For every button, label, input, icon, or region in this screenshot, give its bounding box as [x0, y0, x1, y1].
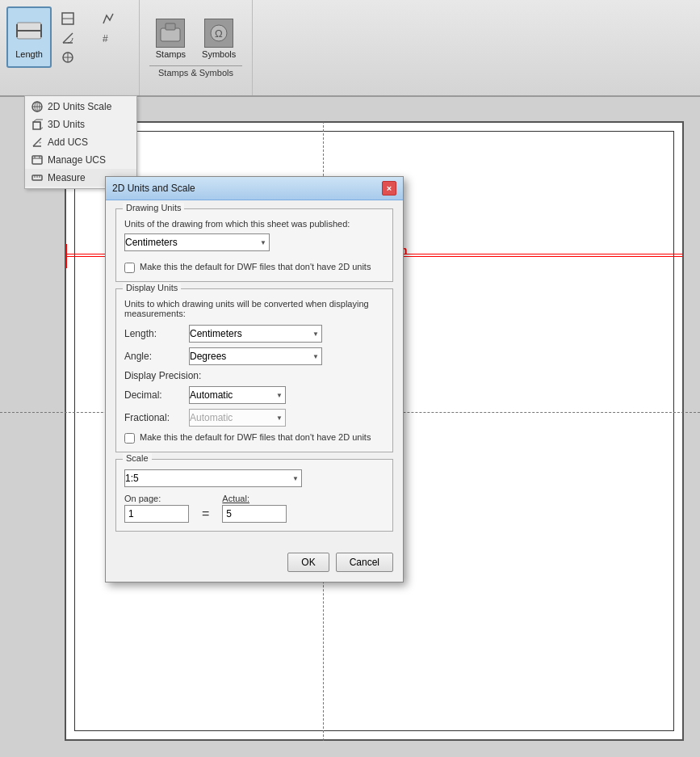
- length-select-wrapper[interactable]: Centimeters Millimeters Meters Inches Fe…: [189, 325, 322, 343]
- manage-icon: [31, 154, 43, 166]
- display-units-checkbox-label[interactable]: Make this the default for DWF files that…: [140, 431, 371, 443]
- fractional-select-wrapper[interactable]: Automatic 1/2: [189, 409, 286, 427]
- dialog-close-button[interactable]: ×: [382, 181, 396, 196]
- actual-label[interactable]: Actual:: [222, 494, 287, 503]
- ribbon-small-buttons-2: #: [99, 10, 132, 47]
- dialog-body: Drawing Units Units of the drawing from …: [106, 200, 403, 546]
- length-svg-icon: [15, 16, 43, 47]
- on-page-input[interactable]: [124, 505, 189, 523]
- display-units-content: Units to which drawing units will be con…: [124, 299, 384, 444]
- drawing-units-checkbox-label[interactable]: Make this the default for DWF files that…: [140, 261, 371, 272]
- scale-select[interactable]: 1:1 1:2 1:5 1:10 1:20: [124, 469, 302, 487]
- menu-2d-units-label: 2D Units Scale: [48, 101, 111, 112]
- ruler-svg: [31, 172, 43, 183]
- calibrate-icon: [61, 51, 74, 64]
- angle-row: Angle: Degrees Radians Gradians: [124, 347, 384, 365]
- symbols-button[interactable]: Ω Symbols: [202, 19, 236, 59]
- equals-sign: =: [202, 507, 209, 523]
- drawing-units-checkbox-row: Make this the default for DWF files that…: [124, 261, 384, 273]
- dialog-2d-units: 2D Units and Scale × Drawing Units Units…: [105, 176, 404, 582]
- area-icon: [61, 12, 74, 25]
- scale-select-wrapper[interactable]: 1:1 1:2 1:5 1:10 1:20: [124, 469, 302, 487]
- display-precision-label: Display Precision:: [124, 370, 384, 381]
- symbols-shape: Ω: [204, 19, 233, 48]
- length-select[interactable]: Centimeters Millimeters Meters Inches Fe…: [189, 325, 322, 343]
- ruler-icon: [31, 172, 43, 183]
- path-icon: [102, 12, 115, 25]
- cancel-button[interactable]: Cancel: [336, 553, 393, 572]
- stamps-label: Stamps: [156, 49, 186, 59]
- area-button[interactable]: [58, 10, 92, 27]
- display-units-checkbox[interactable]: [124, 433, 135, 444]
- drawing-units-select-wrapper[interactable]: Centimeters Millimeters Meters Inches Fe…: [124, 233, 270, 251]
- menu-measure-label: Measure: [48, 172, 86, 183]
- drawing-units-group: Drawing Units Units of the drawing from …: [115, 208, 393, 282]
- stamps-button[interactable]: Stamps: [156, 19, 186, 59]
- ucs-icon: +: [31, 137, 43, 148]
- svg-rect-24: [32, 156, 42, 164]
- ribbon: Length: [0, 0, 700, 97]
- fractional-label: Fractional:: [124, 412, 189, 423]
- ok-button[interactable]: OK: [287, 553, 329, 572]
- globe-svg: [31, 101, 43, 112]
- on-page-label: On page:: [124, 494, 189, 503]
- count-button[interactable]: #: [99, 29, 132, 47]
- menu-item-2d-units[interactable]: 2D Units Scale: [25, 98, 136, 116]
- symbols-icon: Ω: [207, 22, 230, 44]
- red-line-v-left: [66, 244, 67, 268]
- ribbon-small-buttons: [58, 10, 92, 66]
- drawing-units-title: Drawing Units: [123, 203, 184, 212]
- scale-title: Scale: [123, 453, 152, 463]
- display-units-checkbox-row: Make this the default for DWF files that…: [124, 431, 384, 444]
- svg-text:+: +: [39, 140, 42, 145]
- stamps-icon: [159, 22, 182, 44]
- horizontal-solid-line: [65, 121, 684, 122]
- svg-rect-11: [166, 23, 175, 30]
- decimal-label: Decimal:: [124, 389, 189, 401]
- angle-select-wrapper[interactable]: Degrees Radians Gradians: [189, 347, 322, 365]
- display-units-group: Display Units Units to which drawing uni…: [115, 288, 393, 452]
- menu-add-ucs-label: Add UCS: [48, 137, 88, 148]
- stamps-shape: [156, 19, 185, 48]
- manage-svg: [31, 154, 43, 166]
- vertical-solid-line: [683, 121, 684, 741]
- angle-icon: [61, 32, 74, 44]
- angle-label: Angle:: [124, 351, 189, 362]
- calibrate-button[interactable]: [58, 48, 92, 66]
- angle-button[interactable]: [58, 29, 92, 47]
- cube-svg: [31, 119, 43, 130]
- display-units-title: Display Units: [123, 283, 181, 292]
- menu-item-add-ucs[interactable]: + Add UCS: [25, 133, 136, 151]
- dialog-titlebar[interactable]: 2D Units and Scale ×: [106, 177, 403, 200]
- drawing-units-select[interactable]: Centimeters Millimeters Meters Inches Fe…: [124, 233, 270, 251]
- svg-rect-18: [33, 122, 40, 129]
- actual-col: Actual:: [222, 494, 287, 523]
- on-page-col: On page:: [124, 494, 189, 523]
- decimal-select-wrapper[interactable]: Automatic 0 0.0 0.00: [189, 386, 286, 404]
- display-units-description: Units to which drawing units will be con…: [124, 299, 384, 318]
- dialog-title: 2D Units and Scale: [112, 183, 195, 194]
- dialog-footer: OK Cancel: [106, 546, 403, 582]
- path-button[interactable]: [99, 10, 132, 27]
- menu-manage-ucs-label: Manage UCS: [48, 154, 106, 166]
- actual-input[interactable]: [222, 505, 287, 523]
- decimal-row: Decimal: Automatic 0 0.0 0.00: [124, 386, 384, 404]
- menu-item-3d-units[interactable]: 3D Units: [25, 116, 136, 133]
- menu-item-manage-ucs[interactable]: Manage UCS: [25, 151, 136, 169]
- scale-values-row: On page: = Actual:: [124, 494, 384, 523]
- stamps-icons-row: Stamps Ω Symbols: [156, 19, 236, 59]
- length-icon: [15, 15, 44, 48]
- count-icon: #: [102, 32, 115, 44]
- length-row: Length: Centimeters Millimeters Meters I…: [124, 325, 384, 343]
- drawing-units-checkbox[interactable]: [124, 263, 135, 273]
- drawing-units-description: Units of the drawing from which this she…: [124, 219, 384, 229]
- length-button[interactable]: Length: [6, 6, 52, 68]
- symbols-label: Symbols: [202, 49, 236, 59]
- stamps-symbols-label: Stamps & Symbols: [149, 65, 242, 78]
- angle-select[interactable]: Degrees Radians Gradians: [189, 347, 322, 365]
- length-label: Length:: [124, 328, 189, 339]
- fractional-select[interactable]: Automatic 1/2: [189, 409, 286, 427]
- scale-content: 1:1 1:2 1:5 1:10 1:20 On page: =: [124, 469, 384, 523]
- decimal-select[interactable]: Automatic 0 0.0 0.00: [189, 386, 286, 404]
- cube-icon: [31, 119, 43, 130]
